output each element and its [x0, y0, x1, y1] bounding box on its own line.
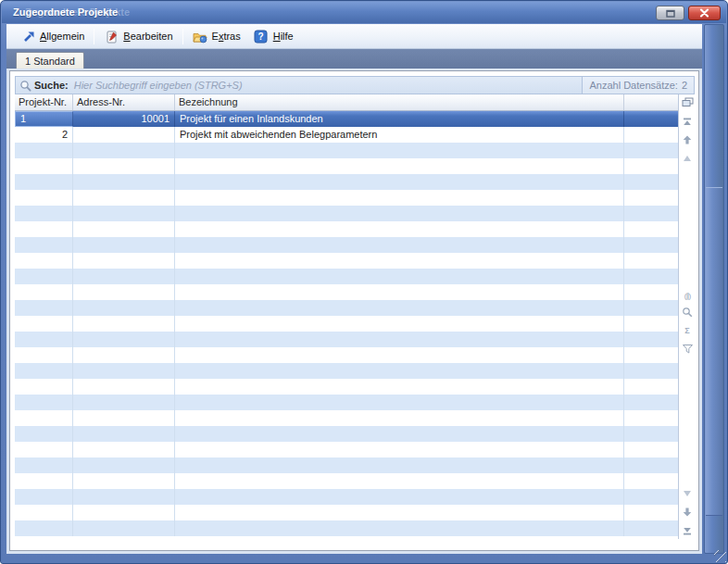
table-row[interactable]: 2Projekt mit abweichenden Belegparameter…	[15, 127, 678, 143]
table-cell[interactable]	[175, 457, 624, 473]
table-cell[interactable]	[175, 426, 624, 442]
table-row[interactable]	[15, 505, 678, 520]
table-cell[interactable]	[15, 410, 73, 426]
table-row[interactable]	[15, 442, 678, 457]
table-cell[interactable]	[15, 395, 73, 410]
table-cell[interactable]	[15, 300, 73, 316]
table-cell[interactable]	[624, 395, 678, 410]
table-cell[interactable]	[15, 253, 73, 269]
table-cell[interactable]	[15, 269, 73, 284]
table-cell[interactable]: 2	[15, 127, 73, 143]
table-cell[interactable]	[73, 190, 175, 206]
table-cell[interactable]	[73, 158, 175, 174]
table-cell[interactable]	[73, 300, 175, 316]
table-cell[interactable]	[15, 158, 73, 174]
table-cell[interactable]	[175, 332, 624, 347]
table-cell[interactable]	[624, 190, 678, 206]
scroll-to-top-icon[interactable]	[681, 115, 694, 128]
table-cell[interactable]	[175, 316, 624, 332]
column-header-bezeichnung[interactable]: Bezeichnung	[175, 94, 624, 110]
table-cell[interactable]	[15, 473, 73, 489]
maximize-button[interactable]	[656, 6, 684, 20]
table-row[interactable]	[15, 206, 678, 221]
table-cell[interactable]	[175, 143, 624, 158]
table-cell[interactable]	[175, 347, 624, 363]
table-cell[interactable]	[15, 363, 73, 379]
table-cell[interactable]	[624, 206, 678, 221]
menu-bearbeiten[interactable]: Bearbeiten	[97, 27, 179, 45]
table-row[interactable]	[15, 489, 678, 505]
page-down-icon[interactable]	[681, 487, 694, 500]
table-cell[interactable]	[624, 174, 678, 190]
table-cell[interactable]	[73, 332, 175, 347]
table-row[interactable]	[15, 284, 678, 300]
table-row[interactable]	[15, 426, 678, 442]
table-cell[interactable]	[175, 269, 624, 284]
table-cell[interactable]	[15, 143, 73, 158]
table-row[interactable]	[15, 300, 678, 316]
table-cell[interactable]	[175, 442, 624, 457]
search-input[interactable]: Hier Suchbegriff eingeben (STRG+S)	[74, 80, 583, 91]
table-cell[interactable]	[624, 284, 678, 300]
table-cell[interactable]	[15, 379, 73, 395]
table-row[interactable]	[15, 332, 678, 347]
table-cell[interactable]	[73, 520, 175, 536]
table-cell[interactable]	[15, 221, 73, 237]
table-cell[interactable]	[175, 174, 624, 190]
table-cell[interactable]	[624, 316, 678, 332]
window-scrollbar[interactable]	[704, 24, 724, 554]
scroll-to-bottom-icon[interactable]	[681, 524, 694, 537]
table-cell[interactable]	[73, 127, 175, 143]
table-cell[interactable]	[175, 237, 624, 253]
table-cell[interactable]	[175, 379, 624, 395]
table-cell[interactable]	[73, 269, 175, 284]
table-cell[interactable]	[73, 206, 175, 221]
table-cell[interactable]: 1	[15, 111, 73, 127]
table-cell[interactable]	[175, 284, 624, 300]
table-row[interactable]	[15, 379, 678, 395]
table-cell[interactable]	[73, 316, 175, 332]
table-cell[interactable]	[15, 426, 73, 442]
table-cell[interactable]	[175, 489, 624, 505]
table-cell[interactable]: Projekt für einen Inlandskunden	[175, 111, 624, 127]
table-cell[interactable]	[624, 473, 678, 489]
table-cell[interactable]	[73, 395, 175, 410]
table-cell[interactable]	[73, 410, 175, 426]
table-cell[interactable]	[175, 300, 624, 316]
table-cell[interactable]: Projekt mit abweichenden Belegparametern	[175, 127, 624, 143]
table-cell[interactable]	[624, 505, 678, 520]
table-cell[interactable]	[175, 520, 624, 536]
table-cell[interactable]	[73, 174, 175, 190]
table-cell[interactable]	[175, 410, 624, 426]
table-cell[interactable]	[624, 158, 678, 174]
zoom-search-icon[interactable]	[681, 306, 694, 319]
table-cell[interactable]	[73, 237, 175, 253]
table-row[interactable]	[15, 253, 678, 269]
table-cell[interactable]	[624, 363, 678, 379]
table-cell[interactable]	[15, 190, 73, 206]
table-cell[interactable]	[15, 520, 73, 536]
table-row[interactable]	[15, 457, 678, 473]
table-cell[interactable]	[73, 473, 175, 489]
table-row[interactable]	[15, 143, 678, 158]
menu-allgemein[interactable]: Allgemein	[14, 27, 91, 45]
page-up-icon[interactable]	[681, 152, 694, 165]
tab-1-standard[interactable]: 1 Standard	[16, 52, 84, 69]
table-cell[interactable]	[15, 347, 73, 363]
table-cell[interactable]	[624, 253, 678, 269]
table-cell[interactable]	[73, 221, 175, 237]
table-cell[interactable]	[73, 505, 175, 520]
table-cell[interactable]	[624, 347, 678, 363]
close-button[interactable]	[688, 6, 721, 20]
scroll-down-icon[interactable]	[681, 506, 694, 519]
table-cell[interactable]	[73, 379, 175, 395]
table-row[interactable]	[15, 190, 678, 206]
table-cell[interactable]	[73, 253, 175, 269]
table-cell[interactable]	[15, 284, 73, 300]
menu-hilfe[interactable]: ? Hilfe	[247, 27, 300, 45]
table-cell[interactable]: 10001	[73, 111, 175, 127]
table-cell[interactable]	[175, 158, 624, 174]
table-cell[interactable]	[15, 442, 73, 457]
table-cell[interactable]	[624, 111, 678, 127]
table-cell[interactable]	[15, 174, 73, 190]
